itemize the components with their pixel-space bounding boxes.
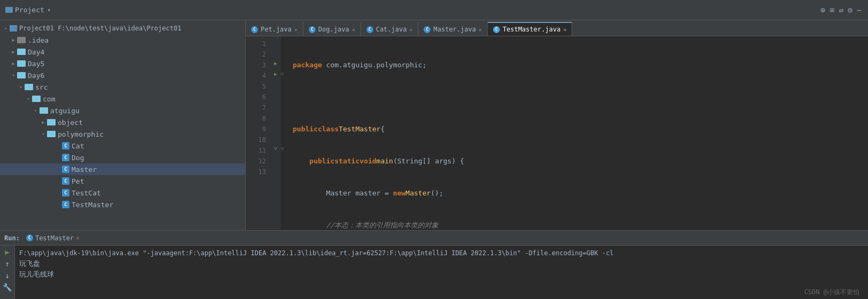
run-tab-testmaster[interactable]: C TestMaster ✕ bbox=[26, 234, 79, 242]
tab-pet[interactable]: C Pet.java ✕ bbox=[246, 22, 303, 36]
watermark: CSDN @小孩不要怕 bbox=[804, 246, 868, 299]
ln-9: 9 bbox=[246, 124, 266, 135]
chevron-icon: ▾ bbox=[40, 131, 47, 137]
code-editor[interactable]: 1 2 3 4 5 6 7 8 9 10 11 12 13 ▶ ▶ bbox=[246, 36, 868, 230]
sidebar-item-project01[interactable]: ▾ Project01 F:\node\test\java\idea\Proje… bbox=[0, 22, 245, 34]
day4-label: Day4 bbox=[28, 48, 44, 56]
testmaster-tab-close[interactable]: ✕ bbox=[563, 27, 566, 33]
dog-class-icon: C bbox=[62, 154, 69, 161]
com-folder-icon bbox=[32, 96, 41, 102]
run-line3-btn[interactable]: ▶ bbox=[270, 58, 281, 68]
split-icon[interactable]: ⇌ bbox=[839, 5, 843, 15]
sidebar-item-master[interactable]: C Master bbox=[0, 163, 245, 175]
testcat-label: TestCat bbox=[72, 189, 101, 197]
sidebar-item-idea[interactable]: ▶ .idea bbox=[0, 34, 245, 46]
sidebar-item-cat[interactable]: C Cat bbox=[0, 140, 245, 152]
project-dropdown-arrow[interactable]: ▾ bbox=[48, 7, 51, 13]
settings-icon[interactable]: ⚙ bbox=[848, 5, 853, 15]
chevron-icon: ▾ bbox=[32, 108, 40, 113]
run-line4-btn[interactable]: ▶ bbox=[270, 68, 281, 79]
run-panel-body: ▶ ↑ ↓ 🔧 F:\app\java\jdk-19\bin\java.exe … bbox=[0, 246, 868, 299]
fold-icon-11[interactable]: ▽ bbox=[274, 146, 277, 151]
sidebar-item-dog[interactable]: C Dog bbox=[0, 152, 245, 163]
run-up-btn[interactable]: ↑ bbox=[5, 259, 9, 268]
run-cmd-line: F:\app\java\jdk-19\bin\java.exe "-javaag… bbox=[19, 248, 800, 258]
master-tab-close[interactable]: ✕ bbox=[479, 27, 482, 33]
dog-tab-icon: C bbox=[309, 26, 316, 33]
run-sidebar: ▶ ↑ ↓ 🔧 bbox=[0, 246, 15, 299]
run-label: Run: bbox=[4, 234, 20, 242]
object-folder-icon bbox=[47, 119, 56, 125]
polymorphic-label: polymorphic bbox=[58, 130, 104, 138]
day4-folder-icon bbox=[17, 49, 26, 55]
project-label-text: Project bbox=[15, 6, 44, 14]
sidebar-item-src[interactable]: ▾ src bbox=[0, 81, 245, 93]
add-icon[interactable]: ⊕ bbox=[820, 5, 825, 15]
run-output-2: 玩儿毛线球 bbox=[19, 269, 800, 280]
cat-tab-label: Cat.java bbox=[376, 26, 407, 33]
src-label: src bbox=[35, 83, 48, 91]
tab-testmaster[interactable]: C TestMaster.java ✕ bbox=[488, 22, 572, 36]
ln-6: 6 bbox=[246, 92, 266, 103]
master-tab-icon: C bbox=[424, 26, 431, 33]
sidebar-item-day6[interactable]: ▾ Day6 bbox=[0, 69, 245, 81]
chevron-icon: ▾ bbox=[10, 73, 17, 78]
code-line-4: public static void main(String[] args) { bbox=[293, 156, 864, 167]
code-line-6: //本态：本类的引用指向本类的对象 bbox=[293, 220, 864, 230]
chevron-icon: ▶ bbox=[10, 61, 17, 66]
pet-tab-icon: C bbox=[251, 26, 258, 33]
fold-gutter: ⊟ ⊟ bbox=[281, 36, 288, 230]
dog-tab-label: Dog.java bbox=[318, 26, 349, 33]
code-content[interactable]: package com.atguigu.polymorphic; public … bbox=[288, 36, 868, 230]
ln-4: 4 bbox=[246, 70, 266, 81]
sidebar-item-object[interactable]: ▶ object bbox=[0, 116, 245, 128]
run-wrench-btn[interactable]: 🔧 bbox=[3, 283, 12, 292]
sidebar-item-day4[interactable]: ▶ Day4 bbox=[0, 46, 245, 58]
minimize-icon[interactable]: — bbox=[857, 5, 862, 15]
project-dropdown[interactable]: Project ▾ bbox=[0, 6, 56, 14]
sidebar-item-testmaster[interactable]: C TestMaster bbox=[0, 199, 245, 210]
master-tab-label: Master.java bbox=[433, 26, 475, 33]
run-tab-label: TestMaster bbox=[35, 234, 74, 242]
day6-label: Day6 bbox=[28, 72, 44, 80]
top-icons: ⊕ ≡ ⇌ ⚙ — bbox=[820, 5, 868, 15]
sidebar-item-atguigu[interactable]: ▾ atguigu bbox=[0, 105, 245, 116]
com-label: com bbox=[43, 95, 55, 103]
sidebar-item-day5[interactable]: ▶ Day5 bbox=[0, 58, 245, 69]
tab-cat[interactable]: C Cat.java ✕ bbox=[361, 22, 419, 36]
project-folder-icon bbox=[10, 25, 17, 32]
day6-folder-icon bbox=[17, 72, 26, 78]
ln-13: 13 bbox=[246, 167, 266, 177]
fold-marker-4[interactable]: ⊟ bbox=[281, 71, 284, 76]
dog-tab-close[interactable]: ✕ bbox=[352, 27, 355, 33]
project01-label: Project01 F:\node\test\java\idea\Project… bbox=[19, 25, 181, 32]
run-down-btn[interactable]: ↓ bbox=[5, 271, 9, 280]
atguigu-label: atguigu bbox=[50, 107, 80, 115]
cat-tab-close[interactable]: ✕ bbox=[409, 27, 412, 33]
tab-dog[interactable]: C Dog.java ✕ bbox=[303, 22, 361, 36]
editor-tabs: C Pet.java ✕ C Dog.java ✕ C Cat.java ✕ C… bbox=[246, 20, 868, 36]
sidebar-item-pet[interactable]: C Pet bbox=[0, 175, 245, 187]
run-panel: Run: C TestMaster ✕ ▶ ↑ ↓ 🔧 F:\app\java\… bbox=[0, 230, 868, 299]
output-text-1: 玩飞盘 bbox=[19, 258, 40, 269]
line-numbers: 1 2 3 4 5 6 7 8 9 10 11 12 13 bbox=[246, 36, 270, 230]
run-play-btn[interactable]: ▶ bbox=[5, 248, 9, 256]
cat-class-icon: C bbox=[62, 142, 69, 150]
sidebar-item-com[interactable]: ▾ com bbox=[0, 93, 245, 105]
tab-master[interactable]: C Master.java ✕ bbox=[418, 22, 488, 36]
sidebar-item-testcat[interactable]: C TestCat bbox=[0, 187, 245, 199]
fold-marker-11[interactable]: ⊟ bbox=[281, 146, 284, 151]
chevron-icon: ▶ bbox=[40, 120, 47, 125]
chevron-icon: ▾ bbox=[25, 96, 32, 101]
pet-label: Pet bbox=[72, 177, 84, 185]
master-class-icon: C bbox=[62, 166, 69, 173]
sidebar-item-polymorphic[interactable]: ▾ polymorphic bbox=[0, 128, 245, 140]
run-tab-close[interactable]: ✕ bbox=[76, 235, 79, 241]
pet-tab-close[interactable]: ✕ bbox=[294, 27, 298, 33]
ln-11: 11 bbox=[246, 145, 266, 156]
list-icon[interactable]: ≡ bbox=[830, 5, 834, 15]
file-tree: ▾ Project01 F:\node\test\java\idea\Proje… bbox=[0, 20, 245, 230]
chevron-icon: ▾ bbox=[2, 26, 10, 31]
atguigu-folder-icon bbox=[40, 107, 48, 114]
ln-3: 3 bbox=[246, 60, 266, 70]
